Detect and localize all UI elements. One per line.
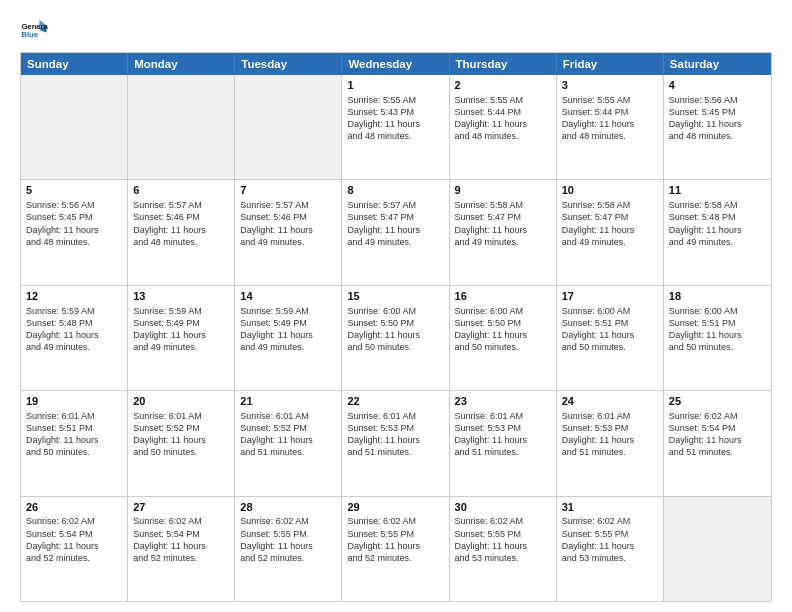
day-number: 6 (133, 183, 229, 198)
day-number: 18 (669, 289, 766, 304)
day-info: Sunrise: 5:56 AM Sunset: 5:45 PM Dayligh… (669, 94, 766, 143)
day-number: 23 (455, 394, 551, 409)
calendar-week-3: 12Sunrise: 5:59 AM Sunset: 5:48 PM Dayli… (21, 285, 771, 390)
logo-icon: General Blue (20, 16, 48, 44)
calendar-day-25: 25Sunrise: 6:02 AM Sunset: 5:54 PM Dayli… (664, 391, 771, 495)
day-number: 10 (562, 183, 658, 198)
calendar-day-4: 4Sunrise: 5:56 AM Sunset: 5:45 PM Daylig… (664, 75, 771, 179)
calendar-day-16: 16Sunrise: 6:00 AM Sunset: 5:50 PM Dayli… (450, 286, 557, 390)
calendar-day-14: 14Sunrise: 5:59 AM Sunset: 5:49 PM Dayli… (235, 286, 342, 390)
day-number: 20 (133, 394, 229, 409)
calendar-day-23: 23Sunrise: 6:01 AM Sunset: 5:53 PM Dayli… (450, 391, 557, 495)
day-info: Sunrise: 6:01 AM Sunset: 5:53 PM Dayligh… (347, 410, 443, 459)
day-info: Sunrise: 5:55 AM Sunset: 5:44 PM Dayligh… (562, 94, 658, 143)
calendar-week-4: 19Sunrise: 6:01 AM Sunset: 5:51 PM Dayli… (21, 390, 771, 495)
calendar-day-26: 26Sunrise: 6:02 AM Sunset: 5:54 PM Dayli… (21, 497, 128, 601)
day-info: Sunrise: 5:56 AM Sunset: 5:45 PM Dayligh… (26, 199, 122, 248)
calendar-day-15: 15Sunrise: 6:00 AM Sunset: 5:50 PM Dayli… (342, 286, 449, 390)
day-info: Sunrise: 6:00 AM Sunset: 5:51 PM Dayligh… (669, 305, 766, 354)
page: General Blue SundayMondayTuesdayWednesda… (0, 0, 792, 612)
calendar-day-31: 31Sunrise: 6:02 AM Sunset: 5:55 PM Dayli… (557, 497, 664, 601)
day-number: 21 (240, 394, 336, 409)
day-number: 4 (669, 78, 766, 93)
calendar-day-9: 9Sunrise: 5:58 AM Sunset: 5:47 PM Daylig… (450, 180, 557, 284)
day-info: Sunrise: 6:02 AM Sunset: 5:55 PM Dayligh… (347, 515, 443, 564)
calendar-day-21: 21Sunrise: 6:01 AM Sunset: 5:52 PM Dayli… (235, 391, 342, 495)
header-day-friday: Friday (557, 53, 664, 75)
calendar-day-10: 10Sunrise: 5:58 AM Sunset: 5:47 PM Dayli… (557, 180, 664, 284)
day-number: 19 (26, 394, 122, 409)
header-day-thursday: Thursday (450, 53, 557, 75)
day-info: Sunrise: 6:00 AM Sunset: 5:50 PM Dayligh… (455, 305, 551, 354)
day-number: 26 (26, 500, 122, 515)
day-number: 14 (240, 289, 336, 304)
day-info: Sunrise: 5:59 AM Sunset: 5:49 PM Dayligh… (240, 305, 336, 354)
day-info: Sunrise: 6:02 AM Sunset: 5:55 PM Dayligh… (240, 515, 336, 564)
day-info: Sunrise: 5:57 AM Sunset: 5:46 PM Dayligh… (240, 199, 336, 248)
day-info: Sunrise: 6:01 AM Sunset: 5:53 PM Dayligh… (562, 410, 658, 459)
calendar: SundayMondayTuesdayWednesdayThursdayFrid… (20, 52, 772, 602)
calendar-day-12: 12Sunrise: 5:59 AM Sunset: 5:48 PM Dayli… (21, 286, 128, 390)
calendar-day-2: 2Sunrise: 5:55 AM Sunset: 5:44 PM Daylig… (450, 75, 557, 179)
calendar-day-18: 18Sunrise: 6:00 AM Sunset: 5:51 PM Dayli… (664, 286, 771, 390)
calendar-day-30: 30Sunrise: 6:02 AM Sunset: 5:55 PM Dayli… (450, 497, 557, 601)
calendar-day-27: 27Sunrise: 6:02 AM Sunset: 5:54 PM Dayli… (128, 497, 235, 601)
day-number: 13 (133, 289, 229, 304)
calendar-empty-cell (21, 75, 128, 179)
day-info: Sunrise: 5:55 AM Sunset: 5:44 PM Dayligh… (455, 94, 551, 143)
calendar-day-11: 11Sunrise: 5:58 AM Sunset: 5:48 PM Dayli… (664, 180, 771, 284)
day-number: 15 (347, 289, 443, 304)
svg-text:Blue: Blue (21, 30, 38, 39)
calendar-day-22: 22Sunrise: 6:01 AM Sunset: 5:53 PM Dayli… (342, 391, 449, 495)
header-day-sunday: Sunday (21, 53, 128, 75)
calendar-week-5: 26Sunrise: 6:02 AM Sunset: 5:54 PM Dayli… (21, 496, 771, 601)
day-number: 24 (562, 394, 658, 409)
day-info: Sunrise: 6:02 AM Sunset: 5:55 PM Dayligh… (455, 515, 551, 564)
calendar-body: 1Sunrise: 5:55 AM Sunset: 5:43 PM Daylig… (21, 75, 771, 601)
day-info: Sunrise: 5:58 AM Sunset: 5:47 PM Dayligh… (455, 199, 551, 248)
day-number: 5 (26, 183, 122, 198)
day-info: Sunrise: 5:58 AM Sunset: 5:47 PM Dayligh… (562, 199, 658, 248)
calendar-header: SundayMondayTuesdayWednesdayThursdayFrid… (21, 53, 771, 75)
header-day-monday: Monday (128, 53, 235, 75)
day-info: Sunrise: 6:02 AM Sunset: 5:54 PM Dayligh… (669, 410, 766, 459)
day-number: 29 (347, 500, 443, 515)
logo: General Blue (20, 16, 50, 44)
day-number: 27 (133, 500, 229, 515)
day-number: 31 (562, 500, 658, 515)
day-info: Sunrise: 6:02 AM Sunset: 5:54 PM Dayligh… (26, 515, 122, 564)
day-number: 1 (347, 78, 443, 93)
calendar-day-13: 13Sunrise: 5:59 AM Sunset: 5:49 PM Dayli… (128, 286, 235, 390)
day-number: 12 (26, 289, 122, 304)
day-info: Sunrise: 6:01 AM Sunset: 5:52 PM Dayligh… (240, 410, 336, 459)
calendar-week-1: 1Sunrise: 5:55 AM Sunset: 5:43 PM Daylig… (21, 75, 771, 179)
day-number: 25 (669, 394, 766, 409)
header: General Blue (20, 16, 772, 44)
day-number: 28 (240, 500, 336, 515)
calendar-day-6: 6Sunrise: 5:57 AM Sunset: 5:46 PM Daylig… (128, 180, 235, 284)
day-number: 3 (562, 78, 658, 93)
day-number: 9 (455, 183, 551, 198)
day-number: 17 (562, 289, 658, 304)
day-info: Sunrise: 6:00 AM Sunset: 5:50 PM Dayligh… (347, 305, 443, 354)
calendar-day-19: 19Sunrise: 6:01 AM Sunset: 5:51 PM Dayli… (21, 391, 128, 495)
day-info: Sunrise: 6:01 AM Sunset: 5:51 PM Dayligh… (26, 410, 122, 459)
day-info: Sunrise: 6:02 AM Sunset: 5:54 PM Dayligh… (133, 515, 229, 564)
day-number: 11 (669, 183, 766, 198)
day-info: Sunrise: 6:00 AM Sunset: 5:51 PM Dayligh… (562, 305, 658, 354)
day-info: Sunrise: 5:59 AM Sunset: 5:49 PM Dayligh… (133, 305, 229, 354)
calendar-day-1: 1Sunrise: 5:55 AM Sunset: 5:43 PM Daylig… (342, 75, 449, 179)
calendar-day-24: 24Sunrise: 6:01 AM Sunset: 5:53 PM Dayli… (557, 391, 664, 495)
calendar-day-17: 17Sunrise: 6:00 AM Sunset: 5:51 PM Dayli… (557, 286, 664, 390)
day-info: Sunrise: 5:58 AM Sunset: 5:48 PM Dayligh… (669, 199, 766, 248)
day-number: 22 (347, 394, 443, 409)
day-number: 30 (455, 500, 551, 515)
calendar-day-8: 8Sunrise: 5:57 AM Sunset: 5:47 PM Daylig… (342, 180, 449, 284)
calendar-week-2: 5Sunrise: 5:56 AM Sunset: 5:45 PM Daylig… (21, 179, 771, 284)
calendar-day-29: 29Sunrise: 6:02 AM Sunset: 5:55 PM Dayli… (342, 497, 449, 601)
day-info: Sunrise: 5:57 AM Sunset: 5:47 PM Dayligh… (347, 199, 443, 248)
header-day-wednesday: Wednesday (342, 53, 449, 75)
calendar-empty-cell (664, 497, 771, 601)
calendar-day-3: 3Sunrise: 5:55 AM Sunset: 5:44 PM Daylig… (557, 75, 664, 179)
day-info: Sunrise: 6:01 AM Sunset: 5:52 PM Dayligh… (133, 410, 229, 459)
